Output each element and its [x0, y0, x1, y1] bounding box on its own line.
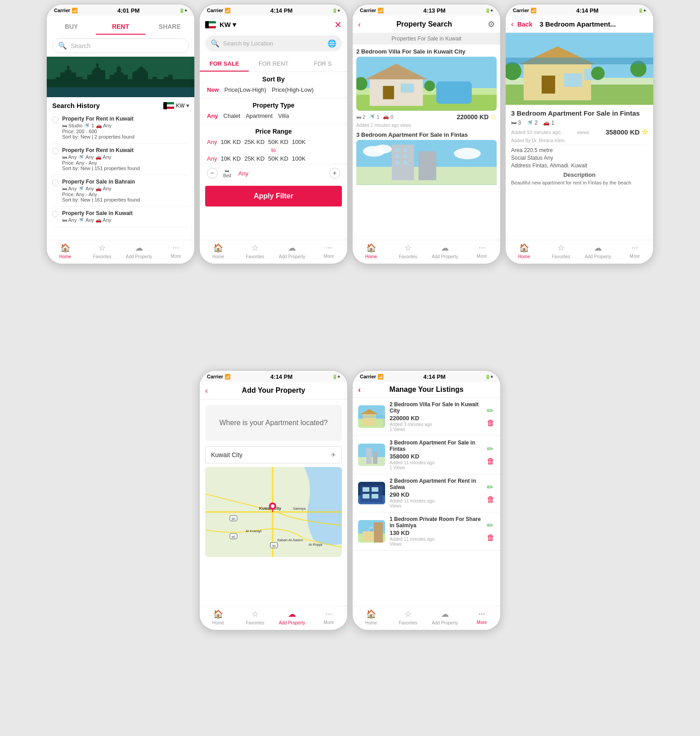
location-input[interactable]: Kuwait City ✈: [205, 446, 342, 463]
delete-btn-1[interactable]: 🗑: [487, 418, 495, 428]
filter-icon[interactable]: ⚙: [488, 19, 495, 29]
tab-for-sale[interactable]: FOR SALE: [200, 57, 249, 72]
back-label[interactable]: Back: [517, 21, 532, 28]
listing-item-1[interactable]: 2 Bedroom Villa For Sale in Kuwait City …: [353, 398, 500, 436]
section-title-text: Search History: [52, 102, 100, 109]
location-placeholder[interactable]: Search by Location: [223, 40, 273, 47]
bottom-tab-more-5[interactable]: ··· More: [310, 609, 347, 625]
bottom-tab-add-6[interactable]: ☁ Add Property: [426, 609, 463, 625]
bottom-tab-home-2[interactable]: 🏠 Home: [200, 243, 237, 259]
price-from-10k[interactable]: 10K KD: [220, 139, 241, 145]
type-any[interactable]: Any: [207, 112, 218, 119]
edit-btn-1[interactable]: ✏: [487, 406, 495, 416]
price-to-any[interactable]: Any: [207, 155, 217, 162]
bottom-tab-home-3[interactable]: 🏠 Home: [353, 243, 390, 259]
bottom-tab-add-4[interactable]: ☁ Add Property: [579, 243, 616, 259]
bottom-tab-fav-4[interactable]: ☆ Favorites: [543, 243, 579, 259]
location-search[interactable]: 🔍 Search by Location 🌐: [205, 36, 342, 51]
bottom-tab-more-6[interactable]: ··· More: [463, 609, 500, 625]
bottom-tab-add-5[interactable]: ☁ Add Property: [274, 609, 310, 625]
sort-high-low[interactable]: Price(High-Low): [272, 86, 314, 93]
add-prop-back[interactable]: ‹: [205, 386, 208, 395]
edit-btn-4[interactable]: ✏: [487, 521, 495, 530]
property-card-2[interactable]: 3 Bedroom Apartment For Sale in Fintas: [356, 131, 497, 185]
tab-for-s[interactable]: FOR S: [298, 57, 347, 72]
listing-title-3: 2 Bedroom Apartment For Rent in Salwa: [390, 478, 482, 490]
price-from-50k[interactable]: 50K KD: [268, 139, 288, 145]
type-chalet[interactable]: Chalet: [224, 112, 241, 119]
tab-for-rent[interactable]: FOR RENT: [249, 57, 298, 72]
bottom-tab-add-2[interactable]: ☁ Add Property: [274, 243, 310, 259]
bottom-tab-more-4[interactable]: ··· More: [616, 243, 653, 259]
sort-low-high[interactable]: Price(Low-High): [224, 86, 266, 93]
type-apartment[interactable]: Apartment: [246, 112, 273, 119]
bottom-tab-add-3[interactable]: ☁ Add Property: [426, 243, 463, 259]
listing-item-2[interactable]: 3 Bedroom Apartment For Sale in Fintas 3…: [353, 436, 500, 474]
search-input[interactable]: Search: [71, 42, 90, 49]
delete-btn-3[interactable]: 🗑: [487, 495, 495, 504]
history-item-2[interactable]: Property For Rent in Kuwait 🛏 Any 🚿 Any …: [52, 144, 189, 175]
close-button[interactable]: ✕: [334, 19, 342, 30]
history-item-4[interactable]: Property For Sale in Kuwait 🛏 Any 🚿 Any …: [52, 206, 189, 227]
price-to-25k[interactable]: 25K KD: [244, 155, 265, 162]
price-from-25k[interactable]: 25K KD: [244, 139, 265, 145]
price-to-50k[interactable]: 50K KD: [268, 155, 288, 162]
detail-star[interactable]: ☆: [642, 128, 648, 136]
bottom-tab-more-3[interactable]: ··· More: [463, 243, 500, 259]
search-box[interactable]: 🔍 Search: [52, 38, 189, 53]
bed-minus-btn[interactable]: −: [207, 168, 218, 179]
carrier-5: Carrier 📶: [207, 374, 231, 380]
apply-filter-button[interactable]: Apply Filter: [205, 186, 342, 206]
back-arrow-3[interactable]: ‹: [358, 20, 361, 29]
bottom-tab-fav-5[interactable]: ☆ Favorites: [237, 609, 274, 625]
listing-meta-2: Added 11 minutes ago 1 Views: [390, 460, 482, 470]
bottom-tab-more[interactable]: ··· More: [157, 243, 194, 259]
bed-plus-btn[interactable]: +: [329, 168, 340, 179]
price-from-100k[interactable]: 100K: [292, 139, 305, 145]
delete-btn-4[interactable]: 🗑: [487, 533, 495, 543]
bottom-tab-favorites[interactable]: ☆ Favorites: [84, 243, 121, 259]
back-arrow-4[interactable]: ‹: [511, 19, 514, 29]
country-selector[interactable]: KW ▾: [163, 102, 189, 109]
sort-new[interactable]: New: [207, 86, 219, 93]
edit-btn-2[interactable]: ✏: [487, 444, 495, 454]
status-icons-4: 🔋+: [638, 8, 646, 13]
listing-item-4[interactable]: 1 Bedroom Private Room For Share in Salm…: [353, 512, 500, 551]
price-to-10k[interactable]: 10K KD: [220, 155, 241, 162]
price-to-row: Any 10K KD 25K KD 50K KD 100K: [207, 155, 340, 162]
price-to-100k[interactable]: 100K: [292, 155, 305, 162]
tab-buy[interactable]: BUY: [47, 19, 96, 35]
history-item-3[interactable]: Property For Sale in Bahrain 🛏 Any 🚿 Any…: [52, 175, 189, 206]
bottom-tab-more-2[interactable]: ··· More: [310, 243, 347, 259]
history-radio-3[interactable]: [52, 180, 58, 186]
price-from-any[interactable]: Any: [207, 139, 217, 145]
bottom-tab-home-5[interactable]: 🏠 Home: [200, 609, 237, 625]
edit-btn-3[interactable]: ✏: [487, 482, 495, 492]
more-label-5: More: [324, 620, 334, 625]
home-label-3: Home: [365, 254, 377, 259]
status-bar: Carrier 📶 4:01 PM 🔋+: [47, 4, 194, 16]
bottom-tab-home-6[interactable]: 🏠 Home: [353, 609, 390, 625]
history-radio-2[interactable]: [52, 148, 58, 154]
type-villa[interactable]: Villa: [278, 112, 289, 119]
history-item-1[interactable]: Property For Rent in Kuwait 🛏 Studio 🚿 1…: [52, 112, 189, 144]
bottom-tab-home-4[interactable]: 🏠 Home: [506, 243, 543, 259]
star-icon-1[interactable]: ☆: [490, 112, 497, 121]
map-container[interactable]: Kuwait City Salmiya Al Kuwayt Sabah Al-S…: [205, 467, 342, 557]
delete-btn-2[interactable]: 🗑: [487, 457, 495, 466]
listing-item-3[interactable]: 2 Bedroom Apartment For Rent in Salwa 29…: [353, 474, 500, 512]
bottom-tab-fav-3[interactable]: ☆ Favorites: [390, 243, 426, 259]
carrier-4: Carrier 📶: [513, 8, 537, 13]
bottom-tab-fav-2[interactable]: ☆ Favorites: [237, 243, 274, 259]
bottom-tab-home[interactable]: 🏠 Home: [47, 243, 84, 259]
history-radio[interactable]: [52, 117, 58, 123]
manage-back[interactable]: ‹: [358, 385, 361, 395]
listing-thumb-2: [358, 444, 385, 466]
bottom-tab-fav-6[interactable]: ☆ Favorites: [390, 609, 426, 625]
property-card-1[interactable]: 2 Bedroom Villa For Sale in Kuwait City: [356, 48, 497, 128]
tab-rent[interactable]: RENT: [96, 19, 145, 35]
bottom-tab-add[interactable]: ☁ Add Property: [121, 243, 157, 259]
country-selector-2[interactable]: KW ▾: [220, 21, 236, 29]
history-radio-4[interactable]: [52, 211, 58, 217]
tab-share[interactable]: SHARE: [145, 19, 194, 35]
